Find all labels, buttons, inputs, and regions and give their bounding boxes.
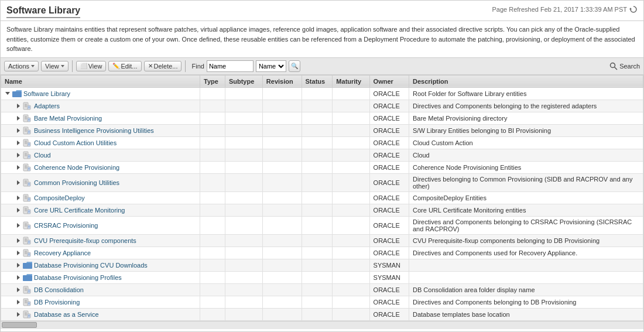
- find-input[interactable]: [207, 60, 254, 72]
- table-row[interactable]: DB ConsolidationORACLEDB Consolidation a…: [1, 283, 643, 296]
- expand-arrow[interactable]: [15, 115, 21, 121]
- table-row[interactable]: Diagnostic ToolsORACLEDiagnostic Tools D…: [1, 320, 643, 321]
- find-select[interactable]: Name: [256, 60, 286, 72]
- table-row[interactable]: Database Provisioning ProfilesSYSMAN: [1, 271, 643, 283]
- row-name-text: CompositeDeploy: [34, 194, 85, 201]
- table-row[interactable]: Cloud Custom Action UtilitiesORACLECloud…: [1, 136, 643, 149]
- expand-arrow[interactable]: [15, 312, 21, 317]
- table-row[interactable]: DB ProvisioningORACLEDirectives and Comp…: [1, 296, 643, 308]
- table-row[interactable]: Common Provisioning UtilitiesORACLEDirec…: [1, 173, 643, 191]
- type-cell: [200, 149, 225, 161]
- svg-rect-15: [28, 118, 30, 122]
- table-row[interactable]: Recovery ApplianceORACLEDirectives and C…: [1, 247, 643, 259]
- svg-rect-89: [23, 275, 32, 281]
- row-name-text: CRSRAC Provisioning: [34, 222, 98, 229]
- table-row[interactable]: CRSRAC ProvisioningORACLEDirectives and …: [1, 216, 643, 234]
- table-row[interactable]: CloudORACLECloud: [1, 149, 643, 161]
- refresh-icon[interactable]: [629, 5, 638, 13]
- folder-blue-icon: [23, 261, 32, 269]
- owner-cell: ORACLE: [369, 112, 409, 124]
- revision-cell: [262, 320, 302, 321]
- refresh-text: Page Refreshed Feb 21, 2017 1:33:39 AM P…: [492, 6, 627, 13]
- expand-arrow[interactable]: [15, 299, 21, 305]
- table-row[interactable]: CVU Prerequisite-fixup componentsORACLEC…: [1, 234, 643, 247]
- type-cell: [200, 320, 225, 321]
- expand-arrow[interactable]: [15, 207, 21, 213]
- col-header-name[interactable]: Name: [1, 75, 200, 87]
- maturity-cell: [333, 320, 369, 321]
- edit-button[interactable]: ✏️ Edit...: [108, 61, 141, 71]
- maturity-cell: [333, 283, 369, 296]
- svg-rect-71: [28, 225, 30, 229]
- name-cell-14: Database Provisioning Profiles: [1, 271, 200, 283]
- expand-arrow[interactable]: [15, 165, 21, 170]
- col-header-maturity[interactable]: Maturity: [333, 75, 369, 87]
- expand-arrow[interactable]: [15, 103, 21, 109]
- expand-arrow[interactable]: [15, 223, 21, 228]
- col-header-type[interactable]: Type: [200, 75, 225, 87]
- col-header-revision[interactable]: Revision: [262, 75, 302, 87]
- revision-cell: [262, 216, 302, 234]
- expand-arrow[interactable]: [15, 152, 21, 158]
- col-header-subtype[interactable]: Subtype: [225, 75, 262, 87]
- view-button[interactable]: ⬜ View: [76, 61, 107, 71]
- maturity-cell: [333, 247, 369, 259]
- actions-button[interactable]: Actions: [4, 61, 39, 71]
- svg-rect-101: [28, 302, 30, 306]
- maturity-cell: [333, 124, 369, 136]
- type-cell: [200, 296, 225, 308]
- expand-arrow[interactable]: [15, 262, 21, 268]
- table-row[interactable]: Core URL Certificate MonitoringORACLECor…: [1, 204, 643, 216]
- owner-cell: ORACLE: [369, 149, 409, 161]
- expand-arrow[interactable]: [15, 180, 21, 186]
- description-cell: Cloud Custom Action: [409, 136, 643, 149]
- revision-cell: [262, 124, 302, 136]
- revision-cell: [262, 136, 302, 149]
- expand-arrow[interactable]: [15, 287, 21, 293]
- svg-rect-8: [28, 105, 30, 109]
- name-cell-6: Coherence Node Provisioning: [1, 161, 200, 173]
- subtype-cell: [225, 204, 262, 216]
- horizontal-scrollbar[interactable]: [1, 321, 643, 329]
- col-header-description[interactable]: Description: [409, 75, 643, 87]
- scrollbar-thumb[interactable]: [2, 322, 37, 328]
- table-container[interactable]: Name Type Subtype Revision Status Maturi…: [1, 75, 643, 321]
- type-cell: [200, 259, 225, 271]
- doc-gray-icon: [23, 179, 32, 187]
- search-button[interactable]: Search: [609, 62, 640, 70]
- table-row[interactable]: Business Intelligence Provisioning Utili…: [1, 124, 643, 136]
- description-cell: Directives belonging to Common Provision…: [409, 173, 643, 191]
- view-dropdown-button[interactable]: View: [41, 61, 68, 71]
- table-row[interactable]: Software LibraryORACLERoot Folder for So…: [1, 87, 643, 100]
- table-row[interactable]: AdaptersORACLEDirectives and Components …: [1, 100, 643, 112]
- type-cell: [200, 112, 225, 124]
- find-search-button[interactable]: 🔍: [289, 60, 300, 72]
- table-row[interactable]: Database as a ServiceORACLEDatabase temp…: [1, 308, 643, 320]
- subtype-cell: [225, 191, 262, 204]
- description-cell: [409, 259, 643, 271]
- expand-arrow[interactable]: [15, 128, 21, 134]
- expand-arrow[interactable]: [5, 91, 11, 97]
- status-cell: [302, 204, 333, 216]
- owner-cell: ORACLE: [369, 283, 409, 296]
- table-row[interactable]: Bare Metal ProvisioningORACLEBare Metal …: [1, 112, 643, 124]
- col-header-status[interactable]: Status: [302, 75, 333, 87]
- expand-arrow[interactable]: [15, 238, 21, 244]
- expand-arrow[interactable]: [15, 275, 21, 280]
- doc-gray-icon: [23, 114, 32, 122]
- table-row[interactable]: CompositeDeployORACLECompositeDeploy Ent…: [1, 191, 643, 204]
- expand-arrow[interactable]: [15, 195, 21, 201]
- doc-gray-icon: [23, 151, 32, 159]
- subtype-cell: [225, 247, 262, 259]
- status-cell: [302, 296, 333, 308]
- table-row[interactable]: Database Provisioning CVU DownloadsSYSMA…: [1, 259, 643, 271]
- subtype-cell: [225, 149, 262, 161]
- expand-arrow[interactable]: [15, 140, 21, 146]
- table-row[interactable]: Coherence Node ProvisioningORACLECoheren…: [1, 161, 643, 173]
- name-cell-10: CRSRAC Provisioning: [1, 216, 200, 234]
- col-header-owner[interactable]: Owner: [369, 75, 409, 87]
- delete-button[interactable]: ✕ Delete...: [144, 61, 182, 71]
- expand-arrow[interactable]: [15, 250, 21, 256]
- type-cell: [200, 191, 225, 204]
- status-cell: [302, 216, 333, 234]
